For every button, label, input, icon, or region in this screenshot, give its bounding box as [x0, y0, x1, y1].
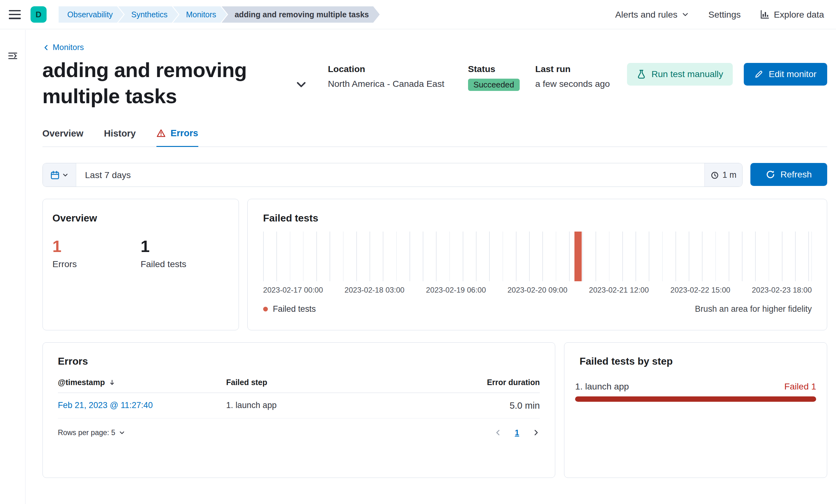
- status-meta: Status Succeeded: [468, 64, 535, 91]
- monitor-select-chevron[interactable]: [295, 76, 307, 91]
- failed-tests-count-label: Failed tests: [141, 259, 229, 269]
- breadcrumb: Observability Synthetics Monitors adding…: [59, 6, 380, 23]
- x-tick: 2023-02-20 09:00: [507, 286, 567, 294]
- step-progress-bar: [575, 396, 816, 402]
- summary-row: Overview 1 Errors 1 Failed tests Failed …: [42, 199, 828, 330]
- location-meta: Location North America - Canada East: [328, 64, 468, 91]
- status-badge: Succeeded: [468, 79, 520, 91]
- pencil-icon: [755, 70, 763, 79]
- details-row: Errors @timestamp Failed step Error dura…: [42, 342, 828, 478]
- breadcrumb-synthetics[interactable]: Synthetics: [118, 6, 178, 23]
- last-run-label: Last run: [535, 64, 571, 74]
- x-tick: 2023-02-17 00:00: [263, 286, 323, 294]
- tab-overview[interactable]: Overview: [42, 128, 83, 146]
- failed-tests-bar[interactable]: [574, 232, 581, 282]
- overview-card-title: Overview: [53, 212, 229, 224]
- errors-table: @timestamp Failed step Error duration Fe…: [58, 378, 540, 418]
- synthetics-monitor-errors-page: D Observability Synthetics Monitors addi…: [0, 0, 836, 504]
- x-tick: 2023-02-21 12:00: [589, 286, 649, 294]
- date-picker: Last 7 days 1 m: [42, 163, 743, 187]
- run-test-manually-button[interactable]: Run test manually: [627, 63, 733, 85]
- failed-tests-count: 1: [141, 237, 229, 256]
- failed-tests-card-title: Failed tests: [263, 212, 812, 224]
- settings-link[interactable]: Settings: [708, 9, 741, 20]
- explore-data-icon: [760, 10, 769, 19]
- column-error-duration[interactable]: Error duration: [437, 378, 540, 387]
- tab-errors-label: Errors: [171, 128, 198, 138]
- breadcrumb-monitors[interactable]: Monitors: [173, 6, 227, 23]
- overview-card: Overview 1 Errors 1 Failed tests: [42, 199, 239, 330]
- chart-x-axis: 2023-02-17 00:00 2023-02-18 03:00 2023-0…: [263, 286, 812, 294]
- warning-icon: [156, 129, 166, 138]
- breadcrumb-observability[interactable]: Observability: [59, 6, 124, 23]
- monitor-actions: Run test manually Edit monitor: [627, 57, 827, 85]
- run-test-manually-label: Run test manually: [651, 69, 723, 79]
- failed-tests-chart[interactable]: [263, 232, 812, 282]
- refresh-interval-value: 1 m: [722, 170, 737, 180]
- rows-per-page-label: Rows per page: 5: [58, 428, 115, 437]
- column-failed-step[interactable]: Failed step: [226, 378, 437, 387]
- column-timestamp[interactable]: @timestamp: [58, 378, 226, 387]
- breadcrumb-current: adding and removing multiple tasks: [222, 6, 380, 23]
- expand-sidebar-button[interactable]: [8, 50, 18, 61]
- rows-per-page-button[interactable]: Rows per page: 5: [58, 428, 125, 437]
- refresh-label: Refresh: [780, 169, 812, 180]
- step-label: 1. launch app: [575, 381, 629, 392]
- monitor-meta: Location North America - Canada East Sta…: [328, 57, 610, 91]
- previous-page-button[interactable]: [494, 429, 502, 437]
- edit-monitor-button[interactable]: Edit monitor: [744, 63, 828, 85]
- refresh-interval-button[interactable]: 1 m: [704, 163, 742, 187]
- chevron-down-icon: [682, 11, 689, 18]
- error-duration: 5.0 min: [437, 400, 540, 411]
- error-failed-step: 1. launch app: [226, 401, 437, 410]
- x-tick: 2023-02-19 06:00: [426, 286, 486, 294]
- x-tick: 2023-02-23 18:00: [752, 286, 812, 294]
- header-nav: Alerts and rules Settings Explore data: [615, 9, 824, 20]
- tab-errors[interactable]: Errors: [156, 128, 198, 147]
- chevron-down-icon: [62, 172, 68, 178]
- failed-tests-stat: 1 Failed tests: [141, 237, 229, 269]
- legend-failed-tests[interactable]: Failed tests: [263, 304, 316, 314]
- refresh-interval-clock-icon: [710, 171, 719, 180]
- monitor-summary-header: adding and removing multiple tasks Locat…: [42, 57, 828, 109]
- legend-dot-icon: [263, 307, 268, 312]
- page-title: adding and removing multiple tasks: [42, 57, 279, 109]
- refresh-icon: [766, 170, 775, 179]
- chevron-down-icon: [295, 79, 307, 91]
- errors-card: Errors @timestamp Failed step Error dura…: [42, 342, 555, 478]
- errors-card-title: Errors: [58, 355, 540, 367]
- location-label: Location: [328, 64, 365, 74]
- status-label: Status: [468, 64, 495, 74]
- calendar-icon: [50, 171, 59, 180]
- failed-tests-card: Failed tests 2023-02-17 00:00 2023-02-18…: [247, 199, 827, 330]
- next-page-button[interactable]: [532, 429, 540, 437]
- date-quick-select-button[interactable]: [43, 163, 76, 187]
- menu-open-icon: [8, 51, 18, 61]
- x-tick: 2023-02-22 15:00: [670, 286, 730, 294]
- sort-descending-icon: [108, 379, 116, 386]
- space-avatar[interactable]: D: [31, 6, 47, 23]
- date-range-value[interactable]: Last 7 days: [76, 163, 704, 187]
- back-to-monitors-link[interactable]: Monitors: [42, 43, 84, 52]
- menu-icon[interactable]: [9, 10, 21, 19]
- error-timestamp-link[interactable]: Feb 21, 2023 @ 11:27:40: [58, 401, 226, 410]
- chevron-right-icon: [532, 429, 540, 437]
- refresh-button[interactable]: Refresh: [750, 163, 828, 186]
- last-run-meta: Last run a few seconds ago: [535, 64, 610, 91]
- alerts-and-rules-menu[interactable]: Alerts and rules: [615, 9, 689, 20]
- back-to-monitors-label: Monitors: [53, 43, 84, 52]
- last-run-value: a few seconds ago: [535, 79, 610, 89]
- chevron-left-icon: [42, 44, 50, 51]
- errors-stat: 1 Errors: [53, 237, 141, 269]
- column-timestamp-label: @timestamp: [58, 378, 105, 387]
- tab-history[interactable]: History: [104, 128, 136, 146]
- tabs: Overview History Errors: [42, 128, 828, 147]
- date-bar: Last 7 days 1 m Refresh: [42, 163, 828, 187]
- step-row: 1. launch app Failed 1: [575, 381, 816, 392]
- location-value: North America - Canada East: [328, 79, 444, 89]
- errors-table-header: @timestamp Failed step Error duration: [58, 378, 540, 393]
- explore-data-link[interactable]: Explore data: [760, 9, 824, 20]
- page-1-button[interactable]: 1: [515, 428, 519, 437]
- x-tick: 2023-02-18 03:00: [345, 286, 404, 294]
- errors-count: 1: [53, 237, 141, 256]
